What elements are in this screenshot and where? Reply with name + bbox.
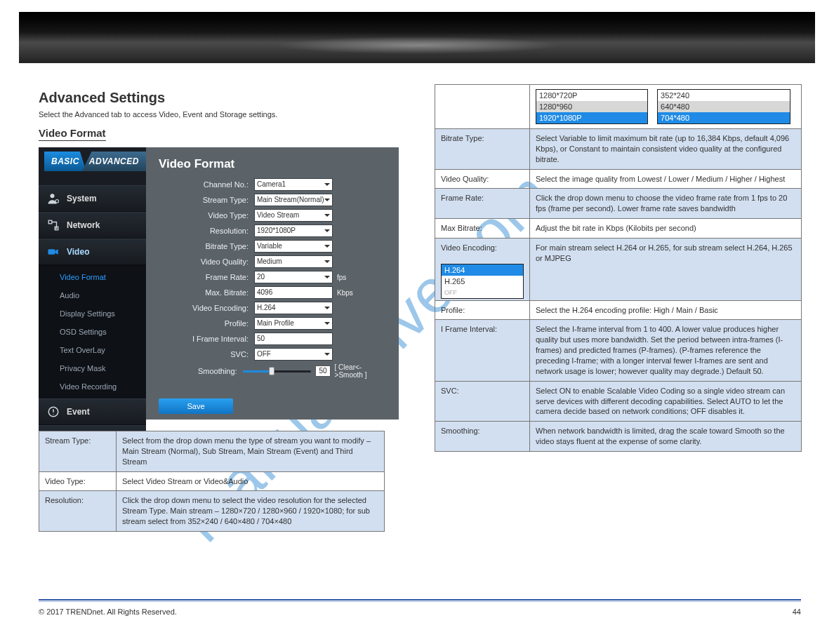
sidebar-item-label: Video <box>67 247 89 257</box>
subitem-video-recording[interactable]: Video Recording <box>39 377 146 396</box>
table-row: Resolution:Click the drop down menu to s… <box>39 491 385 532</box>
top-banner <box>19 12 815 63</box>
right-cell-value: When network bandwidth is limited, drag … <box>530 422 802 452</box>
channel-label: Channel No.: <box>159 180 254 189</box>
right-cell-label: Smoothing: <box>435 422 530 452</box>
list-item[interactable]: H.264 <box>442 264 523 276</box>
left-cell-value: Select from the drop down menu the type … <box>117 431 385 472</box>
section-subtitle: Select the Advanced tab to access Video,… <box>39 110 398 119</box>
footer-copyright: © 2017 TRENDnet. All Rights Reserved. <box>39 608 177 616</box>
main-resolution-list[interactable]: 1280*720P 1280*960 1920*1080P <box>536 89 648 124</box>
smoothing-label: Smoothing: <box>159 367 243 375</box>
subitem-text-overlay[interactable]: Text OverLay <box>39 341 146 359</box>
camera-icon <box>47 246 60 258</box>
right-cell-label <box>435 85 530 129</box>
table-row: Bitrate Type:Select Variable to limit ma… <box>435 129 802 170</box>
sub-resolution-list[interactable]: 352*240 640*480 704*480 <box>657 89 790 124</box>
page-number: 44 <box>793 608 801 616</box>
list-item[interactable]: 1920*1080P <box>536 112 647 123</box>
table-row: SVC:Select ON to enable Scalable Video C… <box>435 381 802 422</box>
kbps-unit: Kbps <box>337 289 353 297</box>
left-description-table: Stream Type:Select from the drop down me… <box>39 431 385 532</box>
form-title: Video Format <box>159 157 386 171</box>
right-cell-label: Video Encoding: H.264 H.265 OFF <box>435 238 530 300</box>
iframe-input[interactable]: 50 <box>254 333 333 345</box>
frame-rate-select[interactable]: 20 <box>254 271 333 283</box>
svg-point-1 <box>55 200 59 203</box>
right-description-table: 1280*720P 1280*960 1920*1080P 352*240 64… <box>435 84 802 452</box>
resolution-select[interactable]: 1920*1080P <box>254 224 333 237</box>
encoding-select[interactable]: H.264 <box>254 302 333 314</box>
list-item[interactable]: 640*480 <box>658 101 790 112</box>
smoothing-hint: [ Clear<->Smooth ] <box>335 363 387 379</box>
video-type-select[interactable]: Video Stream <box>254 209 333 222</box>
right-cell-value: For main stream select H.264 or H.265, f… <box>530 238 802 300</box>
max-bitrate-input[interactable]: 4096 <box>254 286 333 299</box>
table-row: Video Encoding: H.264 H.265 OFF For main… <box>435 238 802 300</box>
user-gear-icon <box>47 192 60 205</box>
video-quality-select[interactable]: Medium <box>254 255 333 268</box>
list-item[interactable]: OFF <box>442 287 523 298</box>
network-icon <box>47 219 60 232</box>
subsection-title: Video Format <box>39 127 106 141</box>
table-row: Stream Type:Select from the drop down me… <box>39 431 385 472</box>
right-cell-label: SVC: <box>435 381 530 422</box>
sidebar-item-event[interactable]: Event <box>39 398 146 425</box>
table-row: 1280*720P 1280*960 1920*1080P 352*240 64… <box>435 85 802 129</box>
smoothing-value: 50 <box>315 365 330 377</box>
iframe-label: I Frame Interval: <box>159 335 254 343</box>
table-row: Smoothing:When network bandwidth is limi… <box>435 422 802 452</box>
save-button[interactable]: Save <box>159 398 233 414</box>
left-cell-label: Stream Type: <box>39 431 117 472</box>
video-quality-label: Video Quality: <box>159 257 254 266</box>
sidebar-item-system[interactable]: System <box>39 185 146 212</box>
table-row: Video Quality:Select the image quality f… <box>435 169 802 189</box>
list-item[interactable]: H.265 <box>442 276 523 287</box>
profile-select[interactable]: Main Profile <box>254 317 333 330</box>
subitem-display[interactable]: Display Settings <box>39 304 146 323</box>
bitrate-type-label: Bitrate Type: <box>159 242 254 250</box>
footer-rule <box>39 599 801 602</box>
smoothing-slider[interactable] <box>243 365 312 377</box>
subitem-privacy-mask[interactable]: Privacy Mask <box>39 359 146 377</box>
left-cell-label: Video Type: <box>39 471 117 491</box>
sidebar-item-video[interactable]: Video <box>39 239 146 265</box>
channel-select[interactable]: Camera1 <box>254 178 333 191</box>
bitrate-type-select[interactable]: Variable <box>254 240 333 253</box>
tab-advanced[interactable]: ADVANCED <box>82 152 146 171</box>
table-row: Profile:Select the H.264 encoding profil… <box>435 300 802 320</box>
subitem-osd[interactable]: OSD Settings <box>39 323 146 341</box>
left-cell-value: Click the drop down menu to select the v… <box>117 491 385 532</box>
encoding-options-list[interactable]: H.264 H.265 OFF <box>441 264 524 299</box>
resolution-label: Resolution: <box>159 227 254 235</box>
right-cell-value: Select the image quality from Lowest / L… <box>530 169 802 189</box>
video-format-screenshot: BASIC ADVANCED System Network Video Vide… <box>39 147 399 420</box>
right-cell-label: Profile: <box>435 300 530 320</box>
sidebar-subitems: Video Format Audio Display Settings OSD … <box>39 265 146 398</box>
list-item[interactable]: 704*480 <box>658 112 790 123</box>
sidebar-item-network[interactable]: Network <box>39 212 146 239</box>
right-cell-label: I Frame Interval: <box>435 320 530 381</box>
subitem-video-format[interactable]: Video Format <box>39 268 146 286</box>
list-item[interactable]: 1280*720P <box>536 90 647 101</box>
left-cell-value: Select Video Stream or Video&Audio <box>117 471 385 491</box>
section-title: Advanced Settings <box>39 90 398 106</box>
frame-rate-label: Frame Rate: <box>159 273 254 281</box>
subitem-audio[interactable]: Audio <box>39 286 146 304</box>
svc-select[interactable]: OFF <box>254 348 333 361</box>
right-cell-value: Select Variable to limit maximum bit rat… <box>530 129 802 170</box>
list-item[interactable]: 1280*960 <box>536 101 647 112</box>
fps-unit: fps <box>337 274 346 281</box>
list-item[interactable]: 352*240 <box>658 90 790 101</box>
right-cell-value: Select ON to enable Scalable Video Codin… <box>530 381 802 422</box>
sidebar-item-label: Event <box>67 407 90 417</box>
tab-basic[interactable]: BASIC <box>44 152 86 171</box>
right-cell-label: Bitrate Type: <box>435 129 530 170</box>
resolution-lists: 1280*720P 1280*960 1920*1080P 352*240 64… <box>530 85 802 129</box>
sidebar-item-label: Network <box>67 220 100 230</box>
sidebar: BASIC ADVANCED System Network Video Vide… <box>39 147 146 420</box>
table-row: I Frame Interval:Select the I-frame inte… <box>435 320 802 381</box>
stream-select[interactable]: Main Stream(Normal) <box>254 194 333 206</box>
stream-label: Stream Type: <box>159 196 254 204</box>
right-cell-label: Frame Rate: <box>435 189 530 219</box>
